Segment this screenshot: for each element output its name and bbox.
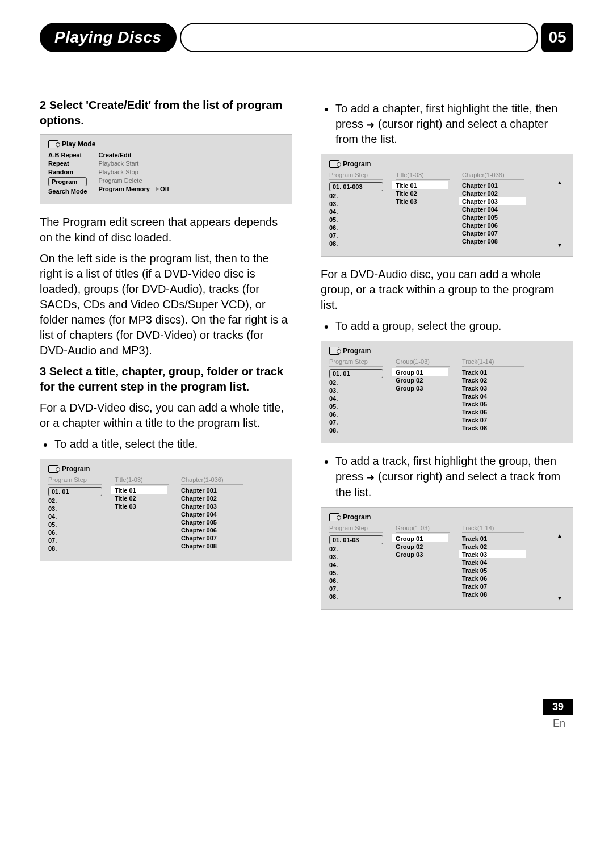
chapter-item: Chapter 007 — [181, 535, 243, 542]
title-item: Title 02 — [115, 495, 169, 502]
paragraph: For a DVD-Audio disc, you can add a whol… — [321, 267, 573, 313]
col-head: Chapter(1-036) — [462, 171, 524, 180]
step: 06. — [329, 224, 383, 231]
osd-play-mode: Play Mode A-B Repeat Repeat Random Progr… — [40, 134, 292, 204]
pm-opt-disabled: Playback Stop — [98, 169, 169, 175]
col-head: Program Step — [329, 358, 383, 367]
title-item: Title 03 — [115, 503, 169, 510]
track-item: Track 03 — [462, 551, 524, 558]
step: 04. — [329, 395, 383, 402]
track-item: Track 05 — [462, 401, 524, 408]
step: 07. — [48, 537, 102, 544]
track-item: Track 06 — [462, 575, 524, 582]
scroll-up-icon: ▲ — [557, 532, 562, 539]
chapter-item: Chapter 004 — [462, 206, 524, 213]
chapter-item: Chapter 008 — [462, 238, 524, 245]
paragraph: On the left side is the program list, th… — [40, 251, 292, 358]
section-title: Playing Discs — [54, 28, 162, 47]
step: 02. — [329, 192, 383, 199]
osd-program-title: Program Program Step 01. 01 02. 03. 04. … — [40, 459, 292, 561]
step-selected: 01. 01-003 — [329, 182, 383, 191]
osd-title: Program — [343, 160, 371, 168]
chapter-item: Chapter 003 — [181, 503, 243, 510]
step: 08. — [329, 427, 383, 434]
col-head: Program Step — [48, 476, 102, 485]
col-head: Program Step — [329, 525, 383, 533]
step-3-heading: 3 Select a title, chapter, group, folder… — [40, 364, 292, 395]
col-head: Title(1-03) — [115, 476, 169, 485]
bullet: To add a chapter, first highlight the ti… — [321, 101, 573, 147]
step: 04. — [329, 208, 383, 215]
step: 02. — [329, 546, 383, 552]
osd-icon — [48, 140, 58, 148]
page-header: Playing Discs 05 — [40, 23, 573, 52]
step: 06. — [329, 411, 383, 418]
page-number: 39 — [552, 701, 564, 713]
col-head: Program Step — [329, 171, 383, 180]
step: 03. — [329, 387, 383, 394]
chapter-item: Chapter 001 — [462, 182, 524, 189]
col-head: Group(1-03) — [396, 358, 450, 367]
chapter-item: Chapter 005 — [181, 519, 243, 526]
cursor-right-icon: ➜ — [366, 471, 375, 484]
cursor-right-icon: ➜ — [366, 118, 375, 132]
step-selected: 01. 01 — [48, 487, 102, 496]
group-item: Group 01 — [396, 535, 450, 542]
osd-title: Program — [62, 465, 90, 473]
step: 08. — [48, 545, 102, 552]
track-item: Track 06 — [462, 409, 524, 416]
step: 03. — [48, 505, 102, 512]
group-item: Group 02 — [396, 377, 450, 384]
chapter-item: Chapter 002 — [181, 495, 243, 502]
chapter-item: Chapter 005 — [462, 214, 524, 221]
paragraph: For a DVD-Video disc, you can add a whol… — [40, 400, 292, 431]
track-item: Track 01 — [462, 369, 524, 376]
track-item: Track 04 — [462, 559, 524, 566]
osd-icon — [329, 160, 339, 168]
step: 06. — [329, 577, 383, 584]
page-footer: 39 En — [40, 699, 573, 729]
step: 07. — [329, 419, 383, 426]
chapter-item: Chapter 001 — [181, 487, 243, 494]
step-2-heading: 2 Select 'Create/Edit' from the list of … — [40, 98, 292, 128]
track-item: Track 08 — [462, 591, 524, 598]
track-item: Track 07 — [462, 583, 524, 590]
step-selected: 01. 01 — [329, 369, 383, 378]
pm-opt: Create/Edit — [98, 152, 169, 158]
chapter-item: Chapter 006 — [462, 222, 524, 229]
page-number-badge: 39 — [543, 699, 573, 715]
pm-item: Random — [48, 169, 87, 175]
step: 04. — [48, 513, 102, 520]
osd-program-track: Program Program Step 01. 01-03 02. 03. 0… — [321, 507, 573, 610]
osd-icon — [329, 347, 339, 355]
pm-item: Repeat — [48, 160, 87, 167]
pm-opt-disabled: Playback Start — [98, 160, 169, 167]
osd-icon — [48, 465, 58, 473]
triangle-right-icon — [156, 187, 159, 191]
step: 08. — [329, 593, 383, 600]
group-item: Group 03 — [396, 551, 450, 558]
language-label: En — [40, 718, 573, 729]
step: 06. — [48, 529, 102, 536]
osd-play-mode-title: Play Mode — [62, 140, 95, 148]
step: 07. — [329, 232, 383, 239]
bullet: To add a group, select the group. — [321, 318, 573, 334]
track-item: Track 07 — [462, 417, 524, 423]
track-item: Track 08 — [462, 425, 524, 431]
right-column: To add a chapter, first highlight the ti… — [321, 98, 573, 620]
chapter-number-badge: 05 — [541, 23, 573, 52]
group-item: Group 02 — [396, 543, 450, 550]
chapter-item: Chapter 002 — [462, 190, 524, 197]
osd-icon — [329, 513, 339, 521]
step: 05. — [48, 521, 102, 528]
bullet: To add a track, first highlight the grou… — [321, 454, 573, 500]
track-item: Track 05 — [462, 567, 524, 574]
section-title-bubble: Playing Discs — [40, 23, 177, 52]
step: 08. — [329, 240, 383, 247]
step: 03. — [329, 200, 383, 207]
left-column: 2 Select 'Create/Edit' from the list of … — [40, 98, 292, 620]
group-item: Group 01 — [396, 369, 450, 376]
chapter-item: Chapter 008 — [181, 543, 243, 550]
paragraph: The Program edit screen that appears dep… — [40, 215, 292, 245]
title-item: Title 01 — [115, 487, 169, 494]
